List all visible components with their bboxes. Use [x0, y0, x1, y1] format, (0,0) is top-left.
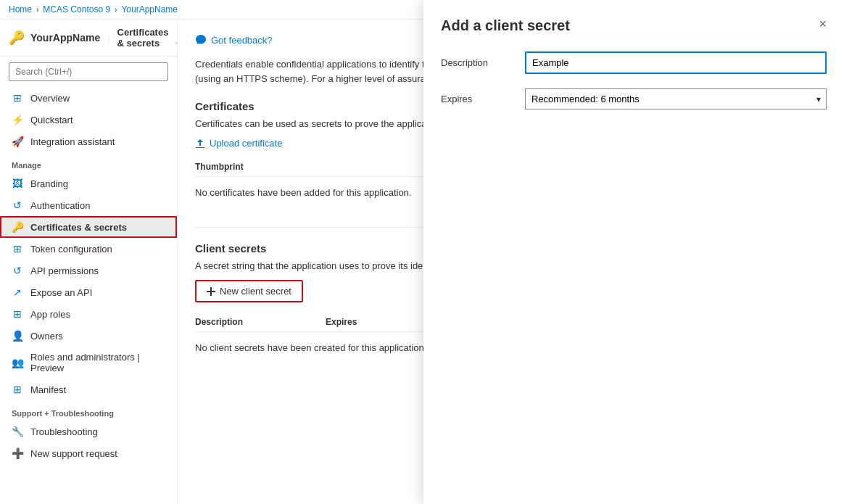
search-input[interactable]	[9, 62, 168, 81]
sidebar-item-branding[interactable]: 🖼 Branding	[0, 173, 177, 194]
feedback-icon	[195, 34, 207, 46]
sidebar-item-overview[interactable]: ⊞ Overview	[0, 87, 177, 109]
upload-certificate-button[interactable]: Upload certificate	[195, 138, 282, 149]
certificates-icon: 🔑	[12, 221, 23, 233]
page-title-sidebar: Certificates & secrets	[117, 27, 169, 49]
sidebar-item-label: Overview	[30, 93, 70, 104]
sidebar-item-label: Integration assistant	[30, 136, 115, 147]
expose-icon: ↗	[12, 286, 23, 298]
add-client-secret-panel: Add a client secret × Description Expire…	[423, 0, 844, 504]
sidebar-item-label: API permissions	[30, 265, 99, 276]
sidebar-item-owners[interactable]: 👤 Owners	[0, 325, 177, 347]
sidebar-item-label: Owners	[30, 331, 63, 342]
description-row: Description	[441, 51, 827, 74]
sidebar-item-troubleshooting[interactable]: 🔧 Troubleshooting	[0, 421, 177, 442]
upload-icon	[195, 139, 205, 149]
new-secret-btn-label: New client secret	[220, 286, 291, 297]
new-client-secret-button[interactable]: New client secret	[195, 280, 303, 302]
approles-icon: ⊞	[12, 308, 23, 320]
expires-select-wrap: Recommended: 6 months3 months12 months18…	[525, 88, 827, 110]
expires-label: Expires	[441, 94, 513, 104]
quickstart-icon: ⚡	[12, 114, 23, 125]
manage-section-label: Manage	[0, 152, 177, 173]
troubleshoot-icon: 🔧	[12, 426, 23, 437]
sidebar-item-manifest[interactable]: ⊞ Manifest	[0, 379, 177, 400]
sidebar-item-label: Authentication	[30, 200, 90, 211]
sidebar-item-label: App roles	[30, 309, 70, 320]
feedback-label: Got feedback?	[211, 35, 273, 46]
sidebar-item-label: Token configuration	[30, 244, 112, 255]
sidebar-item-authentication[interactable]: ↺ Authentication	[0, 194, 177, 216]
breadcrumb-app[interactable]: YourAppName	[121, 4, 178, 15]
sidebar-header: 🔑 YourAppName | Certificates & secrets 📌…	[0, 20, 177, 57]
manifest-icon: ⊞	[12, 384, 23, 395]
sidebar-item-label: Roles and administrators | Preview	[30, 352, 165, 373]
app-name: YourAppName	[30, 32, 100, 44]
branding-icon: 🖼	[12, 178, 23, 189]
sidebar-item-rolesadmin[interactable]: 👥 Roles and administrators | Preview	[0, 347, 177, 379]
sidebar-item-newsupport[interactable]: ➕ New support request	[0, 442, 177, 464]
sidebar-item-label: New support request	[30, 448, 117, 459]
sidebar-item-label: Expose an API	[30, 287, 92, 298]
description-col-header: Description	[195, 317, 326, 327]
sidebar-item-quickstart[interactable]: ⚡ Quickstart	[0, 109, 177, 131]
sidebar-item-expose[interactable]: ↗ Expose an API	[0, 281, 177, 303]
app-icon: 🔑	[9, 30, 25, 46]
description-input[interactable]	[525, 51, 827, 74]
sidebar-item-certificates[interactable]: 🔑 Certificates & secrets	[0, 216, 177, 238]
support-icon: ➕	[12, 447, 23, 459]
auth-icon: ↺	[12, 199, 23, 211]
thumbprint-col-header: Thumbprint	[195, 162, 326, 172]
sidebar-item-label: Manifest	[30, 384, 66, 395]
owners-icon: 👤	[12, 330, 23, 342]
description-input-wrap	[525, 51, 827, 74]
plus-icon	[207, 287, 215, 296]
expires-row: Expires Recommended: 6 months3 months12 …	[441, 88, 827, 110]
breadcrumb-mcas[interactable]: MCAS Contoso 9	[43, 4, 110, 15]
panel-title: Add a client secret	[441, 17, 570, 34]
sidebar-item-token[interactable]: ⊞ Token configuration	[0, 238, 177, 260]
sidebar-item-api[interactable]: ↺ API permissions	[0, 260, 177, 281]
description-label: Description	[441, 57, 513, 68]
integration-icon: 🚀	[12, 136, 23, 147]
api-icon: ↺	[12, 265, 23, 276]
expires-select[interactable]: Recommended: 6 months3 months12 months18…	[525, 88, 827, 110]
sidebar-item-label: Troubleshooting	[30, 426, 98, 437]
panel-form: Description Expires Recommended: 6 month…	[441, 51, 827, 110]
expires-col-header: Expires	[326, 317, 413, 327]
panel-close-button[interactable]: ×	[819, 17, 827, 30]
search-container	[0, 57, 177, 87]
sidebar-item-label: Quickstart	[30, 115, 73, 125]
panel-header: Add a client secret ×	[441, 17, 827, 34]
overview-icon: ⊞	[12, 92, 23, 104]
roles-icon: 👥	[12, 357, 23, 368]
sidebar-item-label: Branding	[30, 178, 68, 189]
sidebar-item-approles[interactable]: ⊞ App roles	[0, 303, 177, 325]
token-icon: ⊞	[12, 243, 23, 255]
sidebar-item-integration[interactable]: 🚀 Integration assistant	[0, 131, 177, 152]
sidebar-item-label: Certificates & secrets	[30, 222, 127, 233]
upload-btn-label: Upload certificate	[210, 138, 282, 149]
support-section-label: Support + Troubleshooting	[0, 400, 177, 421]
breadcrumb-home[interactable]: Home	[9, 4, 32, 15]
sidebar: 🔑 YourAppName | Certificates & secrets 📌…	[0, 20, 178, 504]
